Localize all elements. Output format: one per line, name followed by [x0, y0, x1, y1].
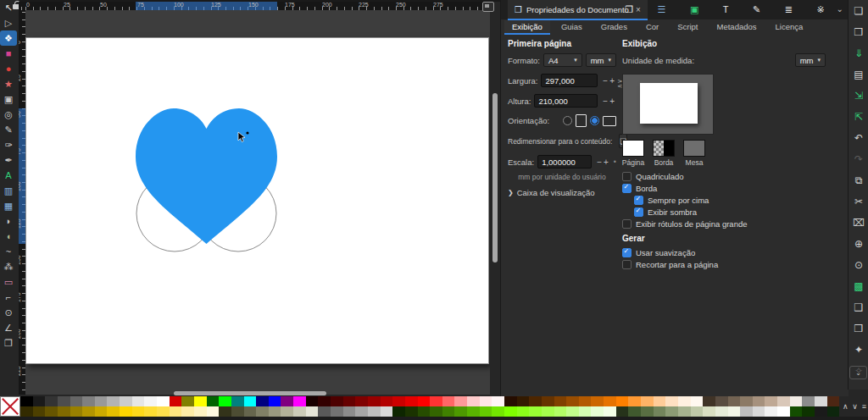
tool-button[interactable]: ★ — [0, 76, 17, 91]
palette-swatch[interactable] — [753, 406, 765, 417]
palette-swatch[interactable] — [45, 396, 58, 406]
palette-swatch[interactable] — [33, 406, 46, 417]
checkbox[interactable] — [622, 219, 632, 229]
palette-swatch[interactable] — [430, 406, 442, 417]
no-color-swatch[interactable] — [0, 396, 20, 417]
vertical-scrollbar-thumb[interactable] — [492, 93, 498, 262]
tool-button[interactable]: ▣ — [0, 91, 17, 107]
command-button[interactable]: ⌧ — [849, 212, 868, 233]
notebook-tab[interactable]: Script — [670, 20, 705, 35]
palette-swatch[interactable] — [343, 396, 356, 406]
palette-swatch[interactable] — [231, 396, 244, 406]
scale-input[interactable]: 1,000000 — [537, 155, 592, 169]
palette-swatch[interactable] — [827, 396, 840, 406]
palette-swatch[interactable] — [244, 396, 257, 406]
palette-swatch[interactable] — [542, 396, 554, 406]
palette-swatch[interactable] — [628, 406, 641, 417]
desk-color-swatch[interactable] — [683, 140, 705, 157]
palette-swatch[interactable] — [58, 406, 70, 417]
palette-swatch[interactable] — [194, 396, 207, 406]
palette-swatch[interactable] — [107, 396, 120, 406]
palette-swatch[interactable] — [343, 406, 356, 417]
format-combo[interactable]: A4 ▾ — [543, 53, 582, 67]
palette-swatch[interactable] — [691, 396, 704, 406]
landscape-icon[interactable] — [603, 116, 616, 126]
command-button[interactable]: ⧉ — [849, 169, 868, 191]
palette-swatch[interactable] — [691, 406, 704, 417]
page-color-swatch[interactable] — [622, 140, 644, 157]
landscape-radio[interactable] — [590, 116, 599, 125]
command-button[interactable]: ⇱ — [849, 106, 868, 127]
palette-swatch[interactable] — [591, 396, 604, 406]
palette-swatch[interactable] — [405, 406, 418, 417]
palette-swatch[interactable] — [517, 406, 530, 417]
palette-swatch[interactable] — [95, 396, 108, 406]
palette-swatch[interactable] — [703, 396, 715, 406]
palette-swatch[interactable] — [480, 396, 492, 406]
border-color-swatch[interactable] — [653, 140, 675, 157]
palette-swatch[interactable] — [715, 406, 728, 417]
vertical-scrollbar[interactable] — [492, 10, 498, 390]
palette-swatch[interactable] — [132, 406, 145, 417]
notebook-tab[interactable]: Licença — [768, 20, 811, 35]
palette-swatch[interactable] — [368, 396, 381, 406]
palette-swatch[interactable] — [256, 406, 269, 417]
palette-swatch[interactable] — [641, 406, 654, 417]
tool-button[interactable]: ❖ — [0, 30, 17, 46]
tool-button[interactable]: ⌐ — [0, 290, 17, 305]
checkbox[interactable] — [622, 260, 632, 269]
tool-button[interactable]: ◎ — [0, 107, 17, 122]
palette-swatch[interactable] — [181, 396, 194, 406]
palette-swatch[interactable] — [790, 406, 803, 417]
palette-swatch[interactable] — [194, 406, 207, 417]
palette-swatch[interactable] — [157, 396, 170, 406]
palette-swatch[interactable] — [181, 406, 194, 417]
checkbox-row[interactable]: Recortar para a página — [622, 260, 826, 269]
notebook-tab[interactable]: Cor — [638, 20, 666, 35]
command-button[interactable]: ✂ — [849, 191, 868, 212]
palette-swatch[interactable] — [120, 396, 132, 406]
display-unit-combo[interactable]: mm ▾ — [795, 53, 826, 67]
notebook-tab[interactable]: Grades — [593, 20, 635, 35]
horizontal-ruler[interactable]: 0255075100125150175200225250275 — [19, 2, 490, 10]
palette-swatch[interactable] — [765, 396, 777, 406]
dialog-switcher-icon[interactable]: ※ — [816, 5, 824, 14]
notebook-tab[interactable]: Metadados — [709, 20, 765, 35]
palette-swatch[interactable] — [616, 406, 629, 417]
dialog-switcher-icon[interactable]: T — [723, 5, 729, 14]
palette-swatch[interactable] — [244, 406, 257, 417]
palette-swatch[interactable] — [492, 406, 504, 417]
palette-swatch[interactable] — [616, 396, 629, 406]
palette-swatch[interactable] — [368, 406, 381, 417]
palette-swatch[interactable] — [467, 406, 480, 417]
palette-swatch[interactable] — [170, 406, 182, 417]
format-unit-combo[interactable]: mm ▾ — [586, 53, 616, 67]
checkbox-row[interactable]: Usar suavização — [622, 248, 826, 257]
palette-swatch[interactable] — [815, 396, 827, 406]
palette-swatch[interactable] — [219, 406, 231, 417]
tool-button[interactable]: A — [0, 168, 17, 183]
palette-swatch[interactable] — [281, 406, 293, 417]
palette-swatch[interactable] — [256, 396, 269, 406]
palette-swatch[interactable] — [144, 406, 157, 417]
palette-swatch[interactable] — [392, 406, 405, 417]
palette-swatch[interactable] — [170, 396, 182, 406]
palette-swatch[interactable] — [95, 406, 108, 417]
palette-swatch[interactable] — [529, 406, 542, 417]
palette-swatch[interactable] — [753, 396, 765, 406]
command-button[interactable]: ✦ — [849, 339, 868, 360]
palette-swatch[interactable] — [777, 396, 790, 406]
palette-swatch[interactable] — [504, 396, 517, 406]
notebook-tab[interactable]: Guias — [554, 20, 590, 35]
palette-swatch[interactable] — [517, 396, 530, 406]
palette-swatch[interactable] — [480, 406, 492, 417]
palette-swatch[interactable] — [132, 396, 145, 406]
palette-swatch[interactable] — [355, 406, 368, 417]
palette-swatch[interactable] — [418, 406, 431, 417]
spin-buttons[interactable]: −+ — [603, 76, 616, 86]
palette-swatch[interactable] — [430, 396, 442, 406]
palette-swatch[interactable] — [715, 396, 728, 406]
notebook-tab[interactable]: Exibição — [504, 20, 550, 35]
tool-button[interactable]: ✒ — [0, 152, 17, 168]
height-input[interactable]: 210,000 — [534, 94, 598, 108]
